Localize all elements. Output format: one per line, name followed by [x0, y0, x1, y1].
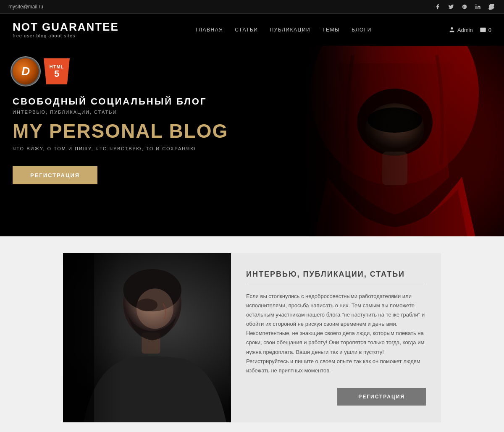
- admin-link[interactable]: Admin: [449, 26, 473, 33]
- social-icons-bar: g+: [433, 3, 496, 11]
- content-section: ИНТЕРВЬЮ, ПУБЛИКАЦИИ, СТАТЬИ Если вы сто…: [0, 236, 504, 432]
- content-divider: [246, 284, 426, 284]
- nav-item-blogs[interactable]: БЛОГИ: [352, 27, 372, 33]
- hero-description: ЧТО ВИЖУ, О ТОМ И ПИШУ, ЧТО ЧУВСТВУЮ, ТО…: [13, 146, 228, 151]
- nav-item-publications[interactable]: ПУБЛИКАЦИИ: [270, 27, 310, 33]
- hero-left-panel: D HTML 5 СВОБОДНЫЙ СОЦИАЛЬНЫЙ БЛОГ ИНТЕР…: [13, 50, 228, 184]
- svg-rect-17: [63, 253, 121, 422]
- badge-html5: HTML 5: [44, 58, 70, 84]
- hero-subtitle-russian: ИНТЕРВЬЮ, ПУБЛИКАЦИИ, СТАТЬИ: [13, 110, 228, 115]
- hero-register-button[interactable]: РЕГИСТРАЦИЯ: [13, 166, 97, 184]
- hero-section: NOT GUARANTEE free user blog about sites…: [0, 14, 504, 236]
- skype-icon[interactable]: [487, 3, 496, 11]
- mail-count: 0: [488, 27, 491, 33]
- svg-text:g+: g+: [463, 5, 466, 8]
- top-bar: mysite@mail.ru g+: [0, 0, 504, 14]
- svg-rect-9: [286, 46, 504, 236]
- content-card-image: [63, 253, 231, 422]
- main-navigation: ГЛАВНАЯ СТАТЬИ ПУБЛИКАЦИИ ТЕМЫ БЛОГИ: [196, 27, 372, 33]
- nav-item-home[interactable]: ГЛАВНАЯ: [196, 27, 223, 33]
- content-body-text: Если вы столкнулись с недобросовестными …: [246, 292, 426, 375]
- hero-title-english: MY PERSONAL BLOG: [13, 120, 228, 142]
- mail-link[interactable]: 0: [480, 26, 491, 33]
- hero-title-russian: СВОБОДНЫЙ СОЦИАЛЬНЫЙ БЛОГ: [13, 96, 228, 107]
- linkedin-icon[interactable]: [474, 3, 482, 11]
- hero-image: [286, 46, 504, 236]
- email-address: mysite@mail.ru: [8, 4, 43, 10]
- nav-item-topics[interactable]: ТЕМЫ: [322, 27, 340, 33]
- logo-title: NOT GUARANTEE: [13, 21, 119, 32]
- twitter-icon[interactable]: [447, 3, 455, 11]
- svg-point-1: [475, 4, 476, 5]
- content-section-title: ИНТЕРВЬЮ, ПУБЛИКАЦИИ, СТАТЬИ: [246, 270, 426, 279]
- user-icon: [449, 26, 455, 33]
- hero-content: D HTML 5 СВОБОДНЫЙ СОЦИАЛЬНЫЙ БЛОГ ИНТЕР…: [0, 46, 504, 236]
- svg-point-2: [451, 27, 453, 29]
- content-register-button[interactable]: РЕГИСТРАЦИЯ: [337, 388, 426, 406]
- content-card: ИНТЕРВЬЮ, ПУБЛИКАЦИИ, СТАТЬИ Если вы сто…: [63, 253, 441, 422]
- badge-d: D: [13, 58, 39, 84]
- admin-label: Admin: [457, 27, 473, 33]
- svg-point-15: [136, 298, 158, 311]
- content-card-text: ИНТЕРВЬЮ, ПУБЛИКАЦИИ, СТАТЬИ Если вы сто…: [231, 253, 441, 422]
- facebook-icon[interactable]: [433, 3, 442, 11]
- hero-badges: D HTML 5: [13, 58, 228, 84]
- nav-item-articles[interactable]: СТАТЬИ: [235, 27, 258, 33]
- header-user-area: Admin 0: [449, 26, 491, 33]
- logo-subtitle: free user blog about sites: [13, 33, 119, 38]
- site-logo: NOT GUARANTEE free user blog about sites: [13, 21, 119, 38]
- googleplus-icon[interactable]: g+: [460, 3, 469, 11]
- mail-icon: [480, 26, 486, 33]
- site-header: NOT GUARANTEE free user blog about sites…: [0, 14, 504, 46]
